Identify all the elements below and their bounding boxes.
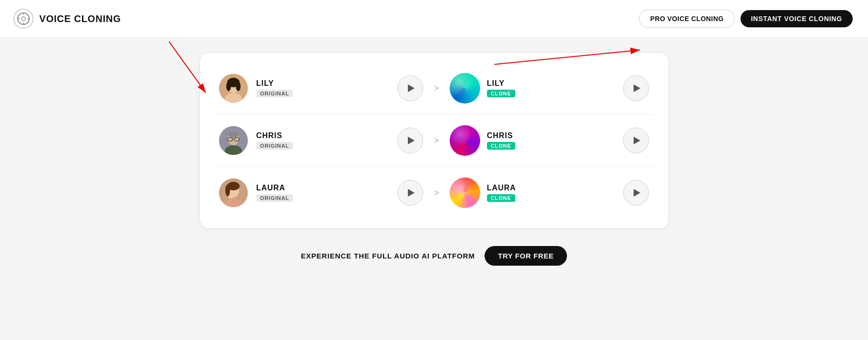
voice-label-laura: ORIGINAL — [256, 194, 293, 202]
play-button-lily-original[interactable] — [397, 75, 423, 101]
table-row: LAURA ORIGINAL > LAURA CLONE — [214, 167, 654, 219]
clone-info-lily: LILY CLONE — [487, 79, 549, 97]
voice-comparison-card: LILY ORIGINAL > LILY CLONE — [199, 52, 669, 229]
header-right: PRO VOICE CLONING INSTANT VOICE CLONING — [639, 10, 853, 28]
cta-text: EXPERIENCE THE FULL AUDIO AI PLATFORM — [301, 252, 475, 260]
play-icon — [634, 137, 640, 144]
play-icon — [408, 137, 415, 144]
header: VOICE CLONING PRO VOICE CLONING INSTANT … — [0, 0, 868, 38]
clone-disc-laura — [450, 177, 480, 208]
clone-name-lily: LILY — [487, 79, 549, 88]
clone-avatar-laura — [450, 177, 480, 208]
play-button-laura-clone[interactable] — [623, 180, 649, 206]
table-row: LILY ORIGINAL > LILY CLONE — [214, 62, 654, 115]
voice-info-chris: CHRIS ORIGINAL — [256, 131, 324, 150]
svg-point-14 — [236, 82, 241, 91]
play-button-chris-clone[interactable] — [623, 128, 649, 153]
play-icon — [408, 189, 415, 197]
avatar-laura-original — [219, 178, 248, 207]
voice-info-laura: LAURA ORIGINAL — [256, 184, 324, 202]
voice-label-lily: ORIGINAL — [256, 90, 293, 97]
clone-info-laura: LAURA CLONE — [487, 184, 549, 202]
arrow-separator: > — [434, 136, 439, 146]
clone-avatar-chris — [450, 125, 480, 156]
header-left: VOICE CLONING — [13, 9, 121, 29]
clone-badge-lily: CLONE — [487, 90, 515, 97]
clone-disc-lily — [450, 73, 480, 104]
clone-avatar-lily — [450, 73, 480, 104]
svg-point-21 — [228, 132, 239, 138]
main-content: LILY ORIGINAL > LILY CLONE — [0, 38, 868, 280]
svg-point-13 — [226, 82, 231, 91]
play-icon — [634, 84, 640, 92]
clone-name-chris: CHRIS — [487, 131, 549, 140]
page-title: VOICE CLONING — [39, 13, 121, 24]
voice-info-lily: LILY ORIGINAL — [256, 79, 324, 97]
clone-name-laura: LAURA — [487, 184, 549, 192]
voice-label-chris: ORIGINAL — [256, 142, 293, 150]
instant-voice-cloning-button[interactable]: INSTANT VOICE CLONING — [741, 10, 853, 27]
clone-disc-chris — [450, 125, 480, 156]
footer-cta: EXPERIENCE THE FULL AUDIO AI PLATFORM TR… — [301, 246, 567, 266]
voice-name-lily: LILY — [256, 79, 324, 88]
avatar-chris-original — [219, 126, 248, 155]
arrow-separator: > — [434, 83, 439, 94]
play-icon — [408, 84, 415, 92]
clone-badge-laura: CLONE — [487, 194, 515, 202]
logo-icon — [13, 9, 34, 29]
arrow-separator: > — [434, 188, 439, 198]
voice-name-chris: CHRIS — [256, 131, 324, 140]
play-button-chris-original[interactable] — [397, 128, 423, 153]
voice-name-laura: LAURA — [256, 184, 324, 192]
svg-point-26 — [225, 185, 230, 196]
pro-voice-cloning-button[interactable]: PRO VOICE CLONING — [639, 10, 734, 28]
play-button-laura-original[interactable] — [397, 180, 423, 206]
svg-point-1 — [22, 17, 25, 21]
clone-info-chris: CHRIS CLONE — [487, 131, 549, 150]
play-button-lily-clone[interactable] — [623, 75, 649, 101]
clone-badge-chris: CLONE — [487, 142, 515, 150]
table-row: CHRIS ORIGINAL > CHRIS CLONE — [214, 115, 654, 167]
try-for-free-button[interactable]: TRY FOR FREE — [485, 246, 567, 266]
avatar-lily-original — [219, 74, 248, 103]
play-icon — [634, 189, 640, 197]
